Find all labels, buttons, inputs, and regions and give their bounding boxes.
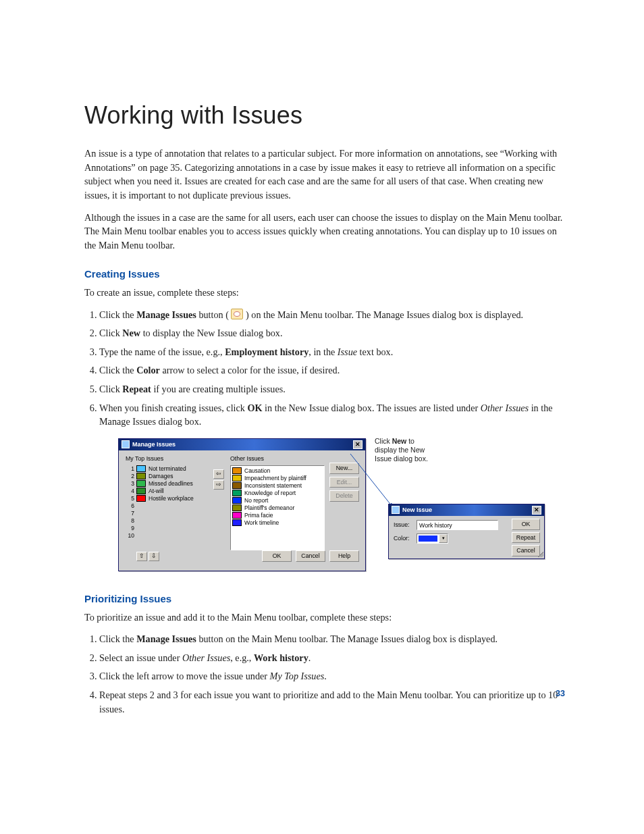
close-icon[interactable]: ✕ [353,440,363,449]
color-label: Color: [394,534,414,543]
delete-button[interactable]: Delete [329,490,359,502]
creating-step-5: Click Repeat if you are creating multipl… [99,382,566,396]
move-right-button[interactable]: ⇨ [213,480,224,490]
my-top-issues-label: My Top Issues [126,454,220,463]
manage-issues-dialog: Manage Issues ✕ My Top Issues 1Not termi… [118,438,366,571]
prioritizing-step-3: Click the left arrow to move the issue u… [99,669,566,683]
my-top-issue-row[interactable]: 9 [126,525,220,532]
manage-issues-titlebar: Manage Issues ✕ [119,439,365,450]
new-issue-titlebar: New Issue ✕ [389,504,544,516]
issue-label: Issue: [394,521,414,529]
prioritizing-lead: To prioritize an issue and add it to the… [84,610,566,625]
prioritizing-step-4: Repeat steps 2 and 3 for each issue you … [99,688,566,716]
callout-text: Click New to display the New Issue dialo… [375,437,435,463]
page-number: 33 [556,687,565,700]
intro-paragraph-1: An issue is a type of annotation that re… [84,147,566,202]
cancel-button[interactable]: Cancel [512,545,540,556]
chevron-down-icon[interactable]: ▾ [439,534,448,543]
manage-issues-icon [231,309,243,319]
move-left-button[interactable]: ⇦ [213,469,224,479]
move-up-button[interactable]: ⇧ [136,552,147,561]
ok-button[interactable]: OK [512,519,540,530]
other-issue-row[interactable]: Causation [232,467,323,475]
new-issue-title: New Issue [402,506,432,515]
other-issues-list[interactable]: CausationImpeachment by plaintiffInconsi… [230,465,325,550]
page-title: Working with Issues [84,98,566,133]
heading-prioritizing-issues: Prioritizing Issues [84,592,566,606]
my-top-issue-row[interactable]: 7 [126,510,220,517]
my-top-issue-row[interactable]: 4At-will [126,488,220,495]
ok-button[interactable]: OK [262,550,292,562]
app-icon [392,506,400,514]
edit-button[interactable]: Edit... [329,477,359,488]
prioritizing-step-1: Click the Manage Issues button on the Ma… [99,632,566,646]
move-down-button[interactable]: ⇩ [149,552,159,561]
prioritizing-step-2: Select an issue under Other Issues, e.g.… [99,651,566,665]
creating-lead: To create an issue, complete these steps… [84,286,566,300]
close-icon[interactable]: ✕ [532,506,541,515]
creating-step-2: Click New to display the New Issue dialo… [99,326,566,340]
manage-issues-title: Manage Issues [132,440,176,449]
other-issue-row[interactable]: Inconsistent statement [232,482,323,490]
my-top-issue-row[interactable]: 1Not terminated [126,465,220,473]
new-issue-dialog: New Issue ✕ Issue: Work history Color: ▾… [388,504,545,559]
prioritizing-steps: Click the Manage Issues button on the Ma… [84,632,566,716]
help-button[interactable]: Help [329,550,359,562]
figure-manage-issues: Manage Issues ✕ My Top Issues 1Not termi… [118,438,566,577]
issue-input[interactable]: Work history [417,520,498,530]
other-issue-row[interactable]: Prima facie [232,512,323,519]
other-issue-row[interactable]: Work timeline [232,519,323,527]
other-issue-row[interactable]: Plaintiff's demeanor [232,504,323,512]
creating-step-1: Click the Manage Issues button ( ) on th… [99,308,566,322]
my-top-issue-row[interactable]: 8 [126,517,220,525]
other-issues-label: Other Issues [230,454,325,463]
creating-step-3: Type the name of the issue, e.g., Employ… [99,345,566,359]
app-icon [122,440,130,448]
my-top-issue-row[interactable]: 10 [126,532,220,540]
intro-paragraph-2: Although the issues in a case are the sa… [84,211,566,253]
color-swatch [419,536,437,542]
heading-creating-issues: Creating Issues [84,267,566,282]
color-dropdown[interactable]: ▾ [417,533,448,544]
my-top-issue-row[interactable]: 3Missed deadlines [126,480,220,488]
new-button[interactable]: New... [329,463,359,474]
repeat-button[interactable]: Repeat [512,532,540,544]
cancel-button[interactable]: Cancel [296,550,325,562]
my-top-issue-row[interactable]: 6 [126,502,220,510]
creating-steps: Click the Manage Issues button ( ) on th… [84,308,566,429]
my-top-issue-row[interactable]: 5Hostile workplace [126,495,220,502]
creating-step-6: When you finish creating issues, click O… [99,401,566,429]
other-issue-row[interactable]: Impeachment by plaintiff [232,475,323,482]
creating-step-4: Click the Color arrow to select a color … [99,363,566,377]
resize-grip[interactable] [537,550,543,557]
my-top-issue-row[interactable]: 2Damages [126,473,220,480]
other-issue-row[interactable]: Knowledge of report [232,490,323,497]
other-issue-row[interactable]: No report [232,497,323,504]
